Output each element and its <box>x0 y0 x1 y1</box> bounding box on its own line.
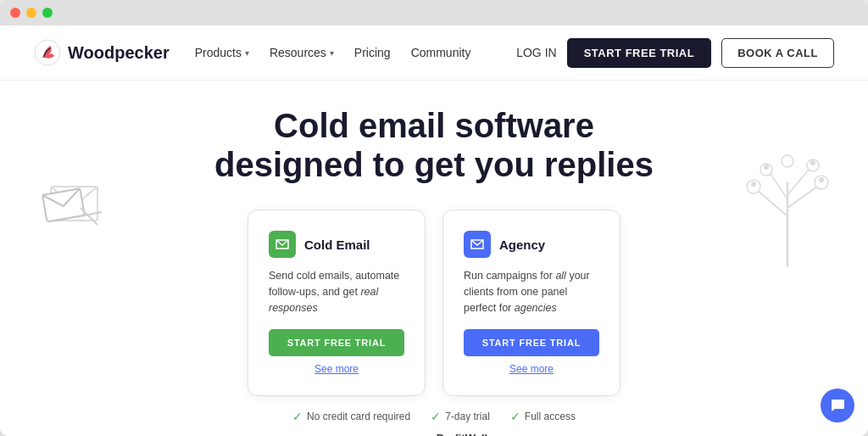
svg-line-9 <box>787 170 809 195</box>
nav-links: Products ▾ Resources ▾ Pricing Community <box>195 46 517 59</box>
cold-email-card-desc: Send cold emails, automate follow-ups, a… <box>269 268 404 316</box>
agency-icon <box>464 231 491 258</box>
hero-title: Cold email software designed to get you … <box>34 106 834 184</box>
agency-see-more-link[interactable]: See more <box>464 363 599 375</box>
check-icon: ✓ <box>431 410 441 423</box>
nav-item-community[interactable]: Community <box>411 46 471 59</box>
badge-full-access: ✓ Full access <box>510 410 576 423</box>
chevron-down-icon: ▾ <box>245 48 249 58</box>
navbar: Woodpecker Products ▾ Resources ▾ Pricin… <box>0 25 868 81</box>
svg-point-14 <box>782 155 793 167</box>
check-icon: ✓ <box>292 410 303 423</box>
nav-item-products[interactable]: Products ▾ <box>195 46 249 59</box>
cold-email-card: Cold Email Send cold emails, automate fo… <box>248 210 426 396</box>
cards-row: Cold Email Send cold emails, automate fo… <box>34 210 834 396</box>
logo-text: Woodpecker <box>68 43 170 63</box>
login-button[interactable]: LOG IN <box>516 46 556 59</box>
cold-email-icon <box>269 231 296 258</box>
hero-section: Cold email software designed to get you … <box>0 81 868 436</box>
agency-start-trial-button[interactable]: START FREE TRIAL <box>464 329 599 356</box>
agency-card-desc: Run campaigns for all your clients from … <box>464 268 599 316</box>
agency-card: Agency Run campaigns for all your client… <box>442 210 620 396</box>
svg-line-8 <box>771 174 787 199</box>
nav-start-trial-button[interactable]: START FREE TRIAL <box>567 38 712 68</box>
svg-point-17 <box>764 165 769 170</box>
agency-card-title: Agency <box>499 238 545 252</box>
logo-area[interactable]: Woodpecker <box>34 39 170 66</box>
svg-point-15 <box>751 182 756 187</box>
badges-row: ✓ No credit card required ✓ 7-day trial … <box>34 410 834 423</box>
badge-7-day-trial: ✓ 7-day trial <box>431 410 490 423</box>
svg-point-16 <box>819 177 824 182</box>
nav-actions: LOG IN START FREE TRIAL BOOK A CALL <box>516 38 834 68</box>
maximize-button[interactable] <box>42 8 53 18</box>
nav-item-resources[interactable]: Resources ▾ <box>270 46 334 59</box>
cold-email-start-trial-button[interactable]: START FREE TRIAL <box>269 329 404 356</box>
card-header: Agency <box>464 231 599 258</box>
svg-point-18 <box>810 160 815 165</box>
card-header: Cold Email <box>269 231 404 258</box>
chevron-down-icon: ▾ <box>330 48 334 58</box>
book-call-button[interactable]: BOOK A CALL <box>721 38 834 68</box>
nav-item-pricing[interactable]: Pricing <box>354 46 391 59</box>
cold-email-card-title: Cold Email <box>304 238 370 252</box>
cold-email-see-more-link[interactable]: See more <box>269 363 404 375</box>
check-icon: ✓ <box>510 410 520 423</box>
profitwell-logo: ⚡ ProfitWell by paddle <box>420 432 487 436</box>
badge-no-credit-card: ✓ No credit card required <box>292 410 410 423</box>
woodpecker-logo-icon <box>34 39 61 66</box>
minimize-button[interactable] <box>26 8 36 18</box>
close-button[interactable] <box>10 8 20 18</box>
trusted-row: TRUSTED BY 13,000+ PROFESSIONALS ⚡ Profi… <box>34 432 834 436</box>
